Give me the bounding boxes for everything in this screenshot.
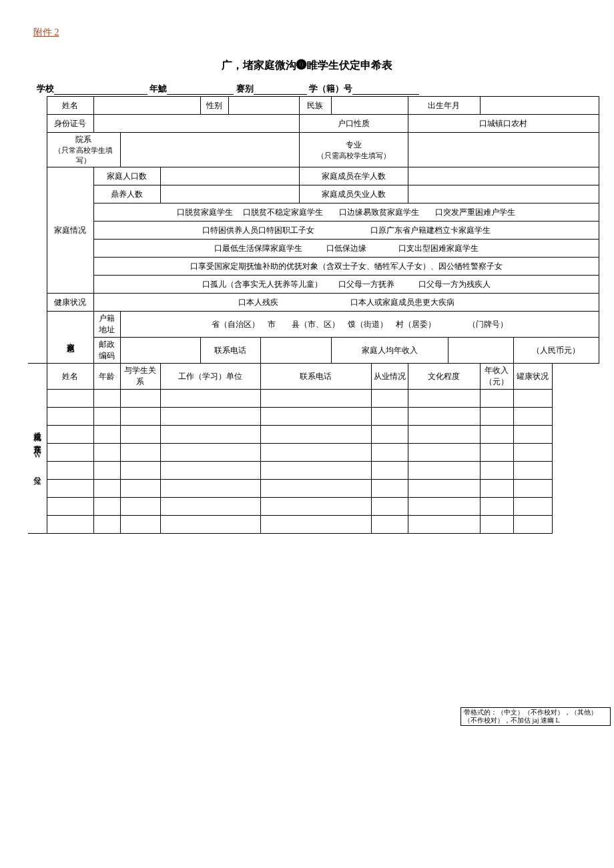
field-nation[interactable] <box>331 97 408 115</box>
opt3[interactable]: 口最低生活保障家庭学生 口低保边缘 口支出型困难家庭学生 <box>93 240 599 258</box>
opt5[interactable]: 口孤儿（含事实无人抚养等儿童） 口父母一方抚养 口父母一方为残疾人 <box>93 276 599 294</box>
mh-health: 罐康状况 <box>513 364 552 390</box>
side-members: 番成籍况 宜亲属 W 父母 <box>28 364 47 534</box>
field-dept[interactable] <box>120 133 299 167</box>
field-addr[interactable]: 省（自治区） 市 县（市、区） 馍（街道） 村（居委） （门牌号） <box>120 312 599 338</box>
document-title: 广，堵家庭微沟⓿睢学生伏定申希表 <box>13 59 601 73</box>
opt4[interactable]: 口享受国家定期抚恤补助的优抚对象（含双士子女、牺牲军人子女）、因公牺牲警察子女 <box>93 258 599 276</box>
label-post: 邮政编码 <box>93 338 120 364</box>
field-fam-income[interactable] <box>448 338 513 364</box>
field-health[interactable]: 口本人残疾 口本人或家庭成员患更大疾病 <box>93 294 599 312</box>
mh-job: 从业情况 <box>371 364 408 390</box>
table-row[interactable] <box>47 444 93 462</box>
major-sub: （只需高校学生填写） <box>317 151 390 159</box>
field-fam-unemploy[interactable] <box>408 185 599 203</box>
label-name: 姓名 <box>47 97 93 115</box>
opt1[interactable]: 口脱贫家庭学生 口脱贫不稳定家庭学生 口边缘易致贫家庭学生 口突发严重困难户学生 <box>93 203 599 222</box>
field-tel[interactable] <box>260 338 331 364</box>
label-health: 健康状况 <box>47 294 93 312</box>
field-fam-pop[interactable] <box>160 167 299 185</box>
label-fam-instudy: 家庭成员在学人数 <box>299 167 408 185</box>
table-row[interactable] <box>47 408 93 426</box>
label-tel: 联系电话 <box>200 338 260 364</box>
label-fam-income: 家庭人均年收入 <box>331 338 448 364</box>
mh-unit: 工作（学习）单位 <box>160 364 260 390</box>
label-nation: 民族 <box>299 97 331 115</box>
major-txt: 专业 <box>346 140 362 149</box>
field-idno[interactable] <box>93 115 299 133</box>
label-major: 专业 （只需高校学生填写） <box>299 133 408 167</box>
blank-proj[interactable] <box>254 85 307 95</box>
blank-grade[interactable] <box>167 85 234 95</box>
field-name[interactable] <box>93 97 200 115</box>
label-rmb: （人民币元） <box>513 338 599 364</box>
label-hukou: 户口性质 <box>299 115 408 133</box>
label-addr: 户籍地址 <box>93 312 120 338</box>
mh-tel: 联系电话 <box>260 364 371 390</box>
table-row[interactable] <box>47 498 93 516</box>
side-faminfo: 家庭信息 <box>47 312 93 364</box>
field-post[interactable] <box>120 338 200 364</box>
header-id: 学（籍）号 <box>309 83 352 93</box>
field-major[interactable] <box>408 133 599 167</box>
field-dob[interactable] <box>480 97 599 115</box>
field-raise[interactable] <box>160 185 299 203</box>
field-sex[interactable] <box>228 97 299 115</box>
header-school: 学校 <box>37 83 54 93</box>
table-row[interactable] <box>47 480 93 498</box>
label-fam-pop: 家庭人口数 <box>93 167 160 185</box>
label-idno: 身份证号 <box>47 115 93 133</box>
label-fam-unemploy: 家庭成员失业人数 <box>299 185 408 203</box>
header-grade: 年鯱 <box>149 83 167 93</box>
spacer-left <box>28 97 47 364</box>
opt2[interactable]: 口特困供养人员口特困职工子女 口原广东省户籍建档立卡家庭学生 <box>93 222 599 240</box>
table-row[interactable] <box>47 462 93 480</box>
form-header: 学校 年鯱 赛别 学（籍）号 <box>37 83 601 95</box>
header-proj: 赛别 <box>236 83 254 93</box>
dept-txt: 院系 <box>75 135 91 144</box>
dept-sub: （只常高校学生填写） <box>54 146 113 164</box>
table-row[interactable] <box>47 426 93 444</box>
mh-edu: 文化程度 <box>408 364 480 390</box>
blank-school[interactable] <box>54 85 147 95</box>
mh-rel: 与学生关系 <box>120 364 160 390</box>
attachment-label: 附件 2 <box>33 27 59 39</box>
label-raise: 鼎养人数 <box>93 185 160 203</box>
field-fam-instudy[interactable] <box>408 167 599 185</box>
label-fam-situation: 家庭情况 <box>47 167 93 294</box>
mh-name: 姓名 <box>47 364 93 390</box>
blank-id[interactable] <box>352 85 419 95</box>
mh-income: 年收入（元） <box>480 364 513 390</box>
mh-age: 年龄 <box>93 364 120 390</box>
label-dept: 院系 （只常高校学生填写） <box>47 133 120 167</box>
label-dob: 出生年月 <box>408 97 480 115</box>
field-hukou[interactable]: 口城镇口农村 <box>408 115 599 133</box>
table-row[interactable] <box>47 516 93 534</box>
label-sex: 性别 <box>200 97 228 115</box>
table-row[interactable] <box>47 390 93 408</box>
application-table: 姓名 性别 民族 出生年月 身份证号 户口性质 口城镇口农村 院系 （只常高校学… <box>28 96 599 534</box>
